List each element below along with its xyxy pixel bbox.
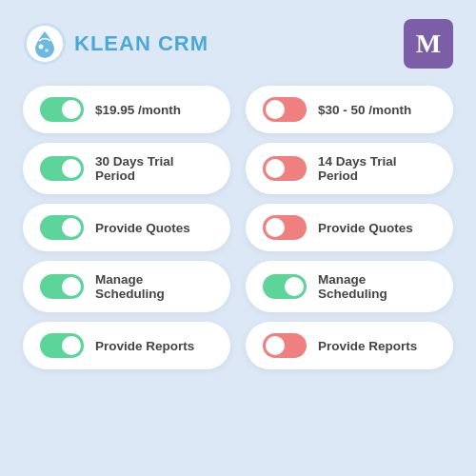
toggle-6[interactable] (40, 274, 84, 299)
feature-card: 14 Days Trial Period (246, 143, 453, 194)
card-label: $19.95 /month (95, 103, 181, 117)
card-label: Manage Scheduling (318, 272, 436, 301)
card-label: Provide Reports (318, 339, 417, 353)
feature-grid: $19.95 /month$30 - 50 /month30 Days Tria… (23, 86, 453, 369)
feature-card: Manage Scheduling (23, 261, 230, 312)
logo-icon (23, 22, 67, 66)
toggle-9[interactable] (263, 333, 307, 358)
toggle-1[interactable] (263, 97, 307, 122)
feature-card: 30 Days Trial Period (23, 143, 230, 194)
feature-card: Provide Quotes (23, 204, 230, 251)
feature-card: Provide Reports (23, 322, 230, 369)
toggle-8[interactable] (40, 333, 84, 358)
medium-badge: M (404, 19, 453, 69)
feature-card: $30 - 50 /month (246, 86, 453, 133)
feature-card: $19.95 /month (23, 86, 230, 133)
logo-area: KLEAN CRM (23, 22, 208, 66)
toggle-7[interactable] (263, 274, 307, 299)
card-label: 14 Days Trial Period (318, 154, 436, 183)
medium-letter: M (416, 29, 441, 59)
feature-card: Provide Reports (246, 322, 453, 369)
card-label: Provide Quotes (318, 221, 413, 235)
logo-text: KLEAN CRM (74, 31, 208, 56)
svg-point-3 (45, 49, 49, 52)
toggle-4[interactable] (40, 215, 84, 240)
feature-card: Provide Quotes (246, 204, 453, 251)
card-label: Manage Scheduling (95, 272, 213, 301)
svg-point-2 (39, 45, 44, 50)
card-label: Provide Reports (95, 339, 194, 353)
toggle-3[interactable] (263, 156, 307, 181)
header: KLEAN CRM M (23, 19, 453, 69)
card-label: Provide Quotes (95, 221, 190, 235)
page: KLEAN CRM M $19.95 /month$30 - 50 /month… (0, 0, 476, 476)
toggle-0[interactable] (40, 97, 84, 122)
card-label: 30 Days Trial Period (95, 154, 213, 183)
toggle-2[interactable] (40, 156, 84, 181)
card-label: $30 - 50 /month (318, 103, 411, 117)
feature-card: Manage Scheduling (246, 261, 453, 312)
toggle-5[interactable] (263, 215, 307, 240)
